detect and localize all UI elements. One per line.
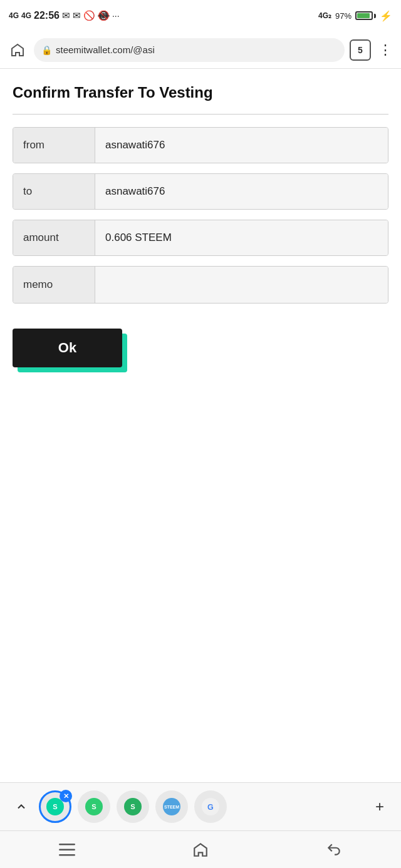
title-divider — [13, 114, 388, 115]
svg-text:G: G — [207, 803, 214, 812]
svg-text:STEEM: STEEM — [164, 805, 179, 809]
email2-icon: ✉ — [73, 10, 81, 21]
block-icon: 🚫 — [83, 10, 95, 21]
lock-icon: 🔒 — [41, 45, 52, 55]
to-label: to — [13, 174, 95, 209]
nav-back-button[interactable] — [315, 837, 353, 862]
call-icon: 📵 — [98, 10, 110, 21]
browser-tabs-bar: ✕ S S S STEEM G + — [0, 782, 401, 830]
browser-home-button[interactable] — [6, 39, 29, 61]
amount-value: 0.606 STEEM — [95, 220, 388, 255]
network2-label: 4G — [21, 11, 31, 20]
time-label: 22:56 — [34, 10, 60, 21]
android-nav-bar — [0, 830, 401, 868]
main-content: Confirm Transfer To Vesting from asnawat… — [0, 69, 401, 382]
url-text: steemitwallet.com/@asi — [56, 44, 155, 55]
svg-rect-12 — [59, 854, 75, 856]
battery-percent: 97% — [335, 11, 352, 21]
dots-icon: ··· — [112, 11, 120, 21]
url-bar[interactable]: 🔒 steemitwallet.com/@asi — [34, 38, 345, 62]
from-value: asnawati676 — [95, 128, 388, 163]
lightning-icon: ⚡ — [380, 10, 392, 22]
tab-2[interactable]: S — [78, 790, 110, 823]
svg-text:S: S — [91, 803, 96, 810]
more-menu-button[interactable]: ⋮ — [376, 42, 395, 58]
tab-5-google[interactable]: G — [194, 790, 227, 823]
svg-text:S: S — [130, 803, 135, 810]
memo-row: memo — [13, 266, 388, 304]
battery-indicator — [355, 11, 376, 20]
nav-menu-button[interactable] — [48, 837, 86, 862]
svg-text:S: S — [53, 803, 58, 810]
ok-button[interactable]: Ok — [13, 329, 122, 367]
browser-bar: 🔒 steemitwallet.com/@asi 5 ⋮ — [0, 31, 401, 69]
email-icon: ✉ — [62, 10, 70, 21]
status-bar: 4G 4G 22:56 ✉ ✉ 🚫 📵 ··· 4G₂ 97% ⚡ — [0, 0, 401, 31]
ok-button-container: Ok — [13, 329, 122, 367]
amount-label: amount — [13, 220, 95, 255]
tab-count-badge[interactable]: 5 — [350, 39, 371, 61]
tab-4-steem[interactable]: STEEM — [155, 790, 188, 823]
to-row: to asnawati676 — [13, 173, 388, 210]
amount-row: amount 0.606 STEEM — [13, 220, 388, 256]
tab-1-close-button[interactable]: ✕ — [60, 790, 72, 802]
tab-3[interactable]: S — [117, 790, 149, 823]
network3-label: 4G₂ — [318, 11, 331, 20]
from-label: from — [13, 128, 95, 163]
to-value: asnawati676 — [95, 174, 388, 209]
svg-rect-10 — [59, 844, 75, 845]
new-tab-button[interactable]: + — [368, 795, 391, 818]
network1-label: 4G — [9, 11, 19, 20]
memo-value — [95, 267, 388, 303]
page-title: Confirm Transfer To Vesting — [13, 84, 388, 101]
memo-label: memo — [13, 267, 95, 303]
tab-1-steemit[interactable]: ✕ S — [39, 790, 71, 823]
tab-expand-button[interactable] — [10, 795, 33, 818]
from-row: from asnawati676 — [13, 127, 388, 163]
nav-home-button[interactable] — [182, 837, 219, 862]
svg-rect-11 — [59, 849, 75, 850]
